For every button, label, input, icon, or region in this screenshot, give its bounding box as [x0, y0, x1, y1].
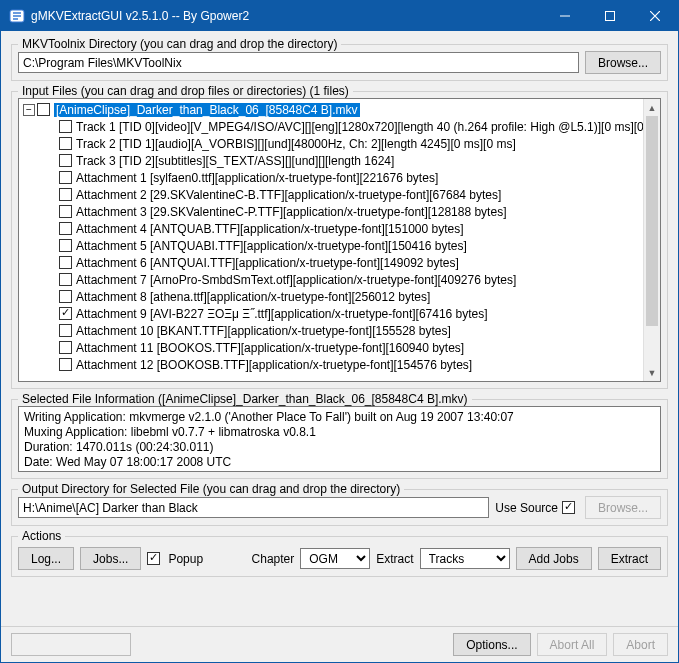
tree-item[interactable]: Attachment 4 [ANTQUAB.TTF][application/x… [19, 220, 643, 237]
tree-item[interactable]: Attachment 9 [AVI-B227 ΞΟΞμ Ξ˝.ttf][appl… [19, 305, 643, 322]
item-label: Attachment 4 [ANTQUAB.TTF][application/x… [76, 222, 464, 236]
app-window: gMKVExtractGUI v2.5.1.0 -- By Gpower2 MK… [0, 0, 679, 663]
extract-mode-label: Extract [376, 552, 413, 566]
item-checkbox[interactable] [59, 137, 72, 150]
item-label: Attachment 6 [ANTQUAI.TTF][application/x… [76, 256, 459, 270]
mkvtoolnix-dir-group: MKVToolnix Directory (you can drag and d… [11, 44, 668, 81]
abort-button: Abort [613, 633, 668, 656]
item-checkbox[interactable] [59, 239, 72, 252]
status-slot [11, 633, 131, 656]
jobs-button[interactable]: Jobs... [80, 547, 141, 570]
tree-scrollbar[interactable]: ▲ ▼ [643, 99, 660, 381]
add-jobs-button[interactable]: Add Jobs [516, 547, 592, 570]
popup-checkbox[interactable] [147, 552, 160, 565]
file-info-text: Writing Application: mkvmerge v2.1.0 ('A… [18, 406, 661, 472]
file-tree[interactable]: −[AnimeClipse]_Darker_than_Black_06_[858… [18, 98, 661, 382]
extract-mode-select[interactable]: Tracks [420, 548, 510, 569]
item-checkbox[interactable] [59, 171, 72, 184]
item-label: Track 2 [TID 1][audio][A_VORBIS][][und][… [76, 137, 516, 151]
item-label: Attachment 8 [athena.ttf][application/x-… [76, 290, 430, 304]
item-label: Attachment 9 [AVI-B227 ΞΟΞμ Ξ˝.ttf][appl… [76, 307, 488, 321]
item-label: Attachment 2 [29.SKValentineC-B.TTF][app… [76, 188, 501, 202]
item-label: Attachment 5 [ANTQUABI.TTF][application/… [76, 239, 467, 253]
log-button[interactable]: Log... [18, 547, 74, 570]
item-checkbox[interactable] [59, 324, 72, 337]
browse-mkvtoolnix-button[interactable]: Browse... [585, 51, 661, 74]
tree-item[interactable]: Attachment 3 [29.SKValentineC-P.TTF][app… [19, 203, 643, 220]
item-label: Attachment 3 [29.SKValentineC-P.TTF][app… [76, 205, 506, 219]
abort-all-button: Abort All [537, 633, 608, 656]
mkvtoolnix-dir-input[interactable] [18, 52, 579, 73]
options-button[interactable]: Options... [453, 633, 530, 656]
titlebar: gMKVExtractGUI v2.5.1.0 -- By Gpower2 [1, 1, 678, 31]
item-checkbox[interactable] [59, 120, 72, 133]
item-label: Attachment 10 [BKANT.TTF][application/x-… [76, 324, 451, 338]
tree-item[interactable]: Attachment 2 [29.SKValentineC-B.TTF][app… [19, 186, 643, 203]
maximize-button[interactable] [587, 1, 632, 31]
tree-item[interactable]: Attachment 11 [BOOKOS.TTF][application/x… [19, 339, 643, 356]
scroll-up-icon[interactable]: ▲ [644, 99, 660, 116]
item-checkbox[interactable] [59, 205, 72, 218]
collapse-icon[interactable]: − [23, 104, 35, 116]
tree-item[interactable]: Attachment 12 [BOOKOSB.TTF][application/… [19, 356, 643, 373]
item-checkbox[interactable] [59, 341, 72, 354]
tree-item[interactable]: Attachment 10 [BKANT.TTF][application/x-… [19, 322, 643, 339]
item-label: Track 3 [TID 2][subtitles][S_TEXT/ASS][]… [76, 154, 394, 168]
item-label: Attachment 7 [ArnoPro-SmbdSmText.otf][ap… [76, 273, 516, 287]
extract-button[interactable]: Extract [598, 547, 661, 570]
item-checkbox[interactable] [59, 256, 72, 269]
tree-item[interactable]: Track 2 [TID 1][audio][A_VORBIS][][und][… [19, 135, 643, 152]
item-checkbox[interactable] [59, 188, 72, 201]
item-checkbox[interactable] [59, 358, 72, 371]
tree-item[interactable]: Attachment 6 [ANTQUAI.TTF][application/x… [19, 254, 643, 271]
item-label: Attachment 12 [BOOKOSB.TTF][application/… [76, 358, 472, 372]
tree-item[interactable]: Attachment 8 [athena.ttf][application/x-… [19, 288, 643, 305]
window-title: gMKVExtractGUI v2.5.1.0 -- By Gpower2 [31, 9, 542, 23]
tree-item[interactable]: Attachment 5 [ANTQUABI.TTF][application/… [19, 237, 643, 254]
item-checkbox[interactable] [59, 154, 72, 167]
app-icon [9, 8, 25, 24]
input-files-group: Input Files (you can drag and drop files… [11, 91, 668, 389]
scroll-thumb[interactable] [646, 116, 658, 326]
item-checkbox[interactable] [59, 273, 72, 286]
item-checkbox[interactable] [59, 307, 72, 320]
minimize-button[interactable] [542, 1, 587, 31]
tree-item[interactable]: Attachment 1 [sylfaen0.ttf][application/… [19, 169, 643, 186]
item-label: Attachment 1 [sylfaen0.ttf][application/… [76, 171, 438, 185]
selected-file-info-group: Selected File Information ([AnimeClipse]… [11, 399, 668, 479]
root-file-label[interactable]: [AnimeClipse]_Darker_than_Black_06_[8584… [54, 103, 360, 117]
popup-label[interactable]: Popup [147, 552, 203, 566]
chapter-select[interactable]: OGM [300, 548, 370, 569]
output-dir-group: Output Directory for Selected File (you … [11, 489, 668, 526]
item-label: Track 1 [TID 0][video][V_MPEG4/ISO/AVC][… [76, 120, 643, 134]
tree-item[interactable]: Track 3 [TID 2][subtitles][S_TEXT/ASS][]… [19, 152, 643, 169]
use-source-label[interactable]: Use Source [495, 501, 579, 515]
close-button[interactable] [632, 1, 678, 31]
use-source-checkbox[interactable] [562, 501, 575, 514]
actions-group: Actions Log... Jobs... Popup Chapter OGM… [11, 536, 668, 577]
output-dir-input[interactable] [18, 497, 489, 518]
item-checkbox[interactable] [59, 290, 72, 303]
tree-item[interactable]: Attachment 7 [ArnoPro-SmbdSmText.otf][ap… [19, 271, 643, 288]
item-label: Attachment 11 [BOOKOS.TTF][application/x… [76, 341, 464, 355]
tree-item[interactable]: Track 1 [TID 0][video][V_MPEG4/ISO/AVC][… [19, 118, 643, 135]
item-checkbox[interactable] [59, 222, 72, 235]
root-checkbox[interactable] [37, 103, 50, 116]
scroll-down-icon[interactable]: ▼ [644, 364, 660, 381]
status-bar: Options... Abort All Abort [1, 626, 678, 662]
chapter-label: Chapter [252, 552, 295, 566]
browse-output-button: Browse... [585, 496, 661, 519]
svg-rect-1 [605, 12, 614, 21]
